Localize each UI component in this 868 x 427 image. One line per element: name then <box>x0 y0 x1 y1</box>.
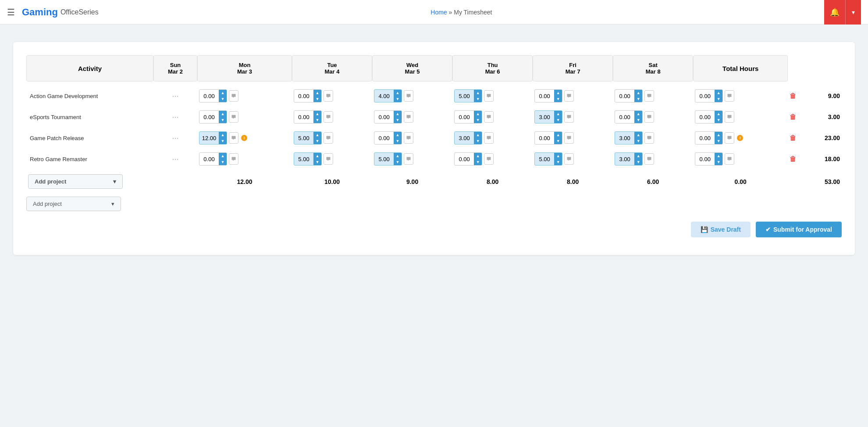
comment-btn-r2-d6[interactable] <box>725 132 734 144</box>
delete-row-2[interactable]: 🗑 <box>790 134 797 142</box>
comment-btn-r2-d0[interactable] <box>229 132 238 144</box>
comment-btn-r3-d3[interactable] <box>484 153 494 165</box>
comment-btn-r1-d5[interactable] <box>644 111 654 123</box>
comment-btn-r1-d3[interactable] <box>484 111 494 123</box>
spin-down-r0-d3[interactable]: ▼ <box>474 96 482 102</box>
spin-down-r3-d6[interactable]: ▼ <box>715 159 722 165</box>
hamburger-icon[interactable]: ☰ <box>7 7 15 18</box>
spin-up-r2-d1[interactable]: ▲ <box>313 132 321 138</box>
spin-up-r0-d1[interactable]: ▲ <box>313 90 321 96</box>
hour-input-r0-d1[interactable] <box>294 91 313 101</box>
spin-up-r3-d3[interactable]: ▲ <box>474 153 482 159</box>
breadcrumb-home[interactable]: Home <box>430 9 447 16</box>
comment-btn-r2-d4[interactable] <box>564 132 574 144</box>
comment-btn-r0-d5[interactable] <box>644 90 654 102</box>
hour-input-r3-d4[interactable] <box>535 154 554 164</box>
spin-up-r2-d2[interactable]: ▲ <box>394 132 402 138</box>
delete-row-3[interactable]: 🗑 <box>790 155 797 163</box>
spin-up-r3-d4[interactable]: ▲ <box>554 153 562 159</box>
add-project-dropdown[interactable]: Add project ▾ <box>26 197 121 211</box>
spin-up-r3-d1[interactable]: ▲ <box>313 153 321 159</box>
spin-up-r1-d1[interactable]: ▲ <box>313 111 321 117</box>
hour-input-r1-d3[interactable] <box>455 112 474 122</box>
spin-up-r1-d5[interactable]: ▲ <box>634 111 642 117</box>
comment-btn-r3-d6[interactable] <box>725 153 734 165</box>
hour-input-r3-d3[interactable] <box>455 154 474 164</box>
comment-btn-r1-d0[interactable] <box>229 111 238 123</box>
hour-input-r2-d6[interactable] <box>695 133 715 143</box>
spin-up-r2-d6[interactable]: ▲ <box>715 132 722 138</box>
spin-down-r3-d3[interactable]: ▼ <box>474 159 482 165</box>
hour-input-r2-d4[interactable] <box>535 133 554 143</box>
comment-btn-r0-d1[interactable] <box>324 90 333 102</box>
hour-input-r1-d2[interactable] <box>374 112 394 122</box>
hour-input-r3-d6[interactable] <box>695 154 715 164</box>
hour-input-r0-d0[interactable] <box>199 91 219 101</box>
comment-btn-r1-d4[interactable] <box>564 111 574 123</box>
hour-input-r1-d6[interactable] <box>695 112 715 122</box>
row-menu-1[interactable]: ··· <box>153 108 197 126</box>
comment-btn-r3-d0[interactable] <box>229 153 238 165</box>
spin-up-r0-d3[interactable]: ▲ <box>474 90 482 96</box>
comment-btn-r3-d5[interactable] <box>644 153 654 165</box>
comment-btn-r0-d2[interactable] <box>404 90 413 102</box>
comment-btn-r2-d1[interactable] <box>324 132 333 144</box>
submit-button[interactable]: ✔ Submit for Approval <box>756 222 842 237</box>
spin-up-r1-d4[interactable]: ▲ <box>554 111 562 117</box>
comment-btn-r2-d3[interactable] <box>484 132 494 144</box>
spin-down-r1-d5[interactable]: ▼ <box>634 117 642 123</box>
hour-input-r0-d3[interactable] <box>455 91 474 101</box>
spin-up-r1-d3[interactable]: ▲ <box>474 111 482 117</box>
comment-btn-r0-d4[interactable] <box>564 90 574 102</box>
spin-down-r3-d4[interactable]: ▼ <box>554 159 562 165</box>
comment-btn-r3-d2[interactable] <box>404 153 413 165</box>
comment-btn-r1-d2[interactable] <box>404 111 413 123</box>
spin-down-r0-d0[interactable]: ▼ <box>219 96 227 102</box>
spin-down-r2-d0[interactable]: ▼ <box>219 138 227 144</box>
comment-btn-r3-d1[interactable] <box>324 153 333 165</box>
spin-down-r1-d3[interactable]: ▼ <box>474 117 482 123</box>
spin-down-r1-d6[interactable]: ▼ <box>715 117 722 123</box>
spin-down-r0-d4[interactable]: ▼ <box>554 96 562 102</box>
spin-up-r3-d5[interactable]: ▲ <box>634 153 642 159</box>
spin-up-r3-d6[interactable]: ▲ <box>715 153 722 159</box>
spin-up-r1-d6[interactable]: ▲ <box>715 111 722 117</box>
spin-up-r0-d5[interactable]: ▲ <box>634 90 642 96</box>
hour-input-r2-d5[interactable] <box>615 133 634 143</box>
hour-input-r1-d1[interactable] <box>294 112 313 122</box>
user-dropdown-button[interactable]: ▾ <box>845 0 861 25</box>
spin-up-r0-d0[interactable]: ▲ <box>219 90 227 96</box>
spin-up-r0-d6[interactable]: ▲ <box>715 90 722 96</box>
hour-input-r2-d0[interactable] <box>199 133 219 143</box>
hour-input-r3-d1[interactable] <box>294 154 313 164</box>
bell-button[interactable]: 🔔 <box>824 0 845 25</box>
spin-down-r2-d2[interactable]: ▼ <box>394 138 402 144</box>
hour-input-r2-d3[interactable] <box>455 133 474 143</box>
spin-up-r2-d4[interactable]: ▲ <box>554 132 562 138</box>
hour-input-r0-d2[interactable] <box>374 91 394 101</box>
spin-down-r2-d3[interactable]: ▼ <box>474 138 482 144</box>
spin-down-r2-d5[interactable]: ▼ <box>634 138 642 144</box>
spin-down-r0-d6[interactable]: ▼ <box>715 96 722 102</box>
hour-input-r3-d2[interactable] <box>374 154 394 164</box>
spin-up-r1-d0[interactable]: ▲ <box>219 111 227 117</box>
comment-btn-r1-d6[interactable] <box>725 111 734 123</box>
spin-down-r0-d2[interactable]: ▼ <box>394 96 402 102</box>
spin-up-r2-d5[interactable]: ▲ <box>634 132 642 138</box>
comment-btn-r2-d2[interactable] <box>404 132 413 144</box>
comment-btn-r1-d1[interactable] <box>324 111 333 123</box>
spin-down-r1-d0[interactable]: ▼ <box>219 117 227 123</box>
hour-input-r0-d6[interactable] <box>695 91 715 101</box>
spin-up-r3-d0[interactable]: ▲ <box>219 153 227 159</box>
row-menu-3[interactable]: ··· <box>153 150 197 168</box>
spin-down-r3-d0[interactable]: ▼ <box>219 159 227 165</box>
hour-input-r3-d5[interactable] <box>615 154 634 164</box>
hour-input-r1-d5[interactable] <box>615 112 634 122</box>
comment-btn-r0-d3[interactable] <box>484 90 494 102</box>
spin-down-r1-d1[interactable]: ▼ <box>313 117 321 123</box>
spin-down-r3-d2[interactable]: ▼ <box>394 159 402 165</box>
add-project-dropdown2[interactable]: Add project ▾ <box>28 174 123 189</box>
spin-down-r3-d1[interactable]: ▼ <box>313 159 321 165</box>
spin-up-r1-d2[interactable]: ▲ <box>394 111 402 117</box>
hour-input-r0-d4[interactable] <box>535 91 554 101</box>
